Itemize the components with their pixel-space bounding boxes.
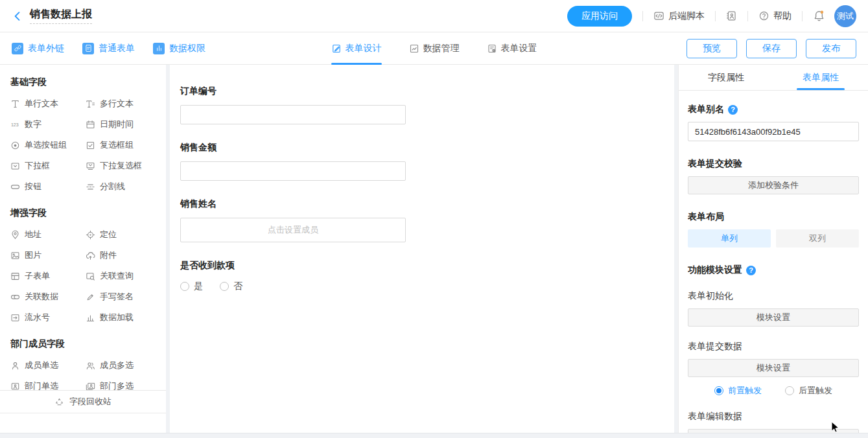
radio-group-icon [10, 141, 20, 150]
field-item-linked-data[interactable]: 关联数据 [10, 286, 86, 307]
field-item-member-single[interactable]: 成员单选 [10, 355, 86, 376]
toolbar-actions: 预览保存发布 [686, 39, 856, 58]
field-item-linked-query[interactable]: 关联查询 [86, 266, 161, 286]
canvas-field-3[interactable]: 是否收到款项是否 [180, 260, 406, 292]
field-item-dept-multi[interactable]: 部门多选 [86, 376, 161, 390]
app-title[interactable]: 销售数据上报 [30, 8, 92, 24]
properties-body: 表单别名 ? 表单提交校验 添加校验条件 表单布局 单列双列 功能模块设置 ? … [679, 91, 868, 433]
canvas-field-0[interactable]: 订单编号 [180, 86, 406, 124]
toolbar-left-item-link[interactable]: 表单外链 [12, 43, 64, 54]
backend-script-button[interactable]: 后端脚本 [653, 10, 705, 22]
layout-option-1[interactable]: 双列 [776, 229, 859, 248]
sidebar-section-grid: 成员单选成员多选部门单选部门多选 [0, 355, 166, 390]
radio-option-1[interactable]: 否 [220, 281, 242, 292]
toolbar-left-items: 表单外链普通表单数据权限 [12, 43, 205, 54]
back-button[interactable] [12, 10, 23, 22]
code-icon [653, 10, 664, 21]
module-block-2: 表单编辑数据模块设置 [688, 411, 859, 433]
field-item-serial-number[interactable]: 流水号 [10, 307, 86, 328]
divider [715, 11, 716, 21]
toolbar: 表单外链普通表单数据权限 表单设计数据管理表单设置 预览保存发布 [0, 32, 868, 65]
chevron-left-icon [12, 10, 23, 22]
trigger-radio-0[interactable]: 前置触发 [714, 385, 762, 397]
form-alias-input[interactable] [688, 122, 859, 141]
help-badge-icon[interactable]: ? [728, 105, 738, 115]
help-badge-icon[interactable]: ? [746, 266, 756, 275]
field-item-divider-line[interactable]: 分割线 [86, 176, 161, 197]
sidebar-sections: 基础字段单行文本多行文本123数字日期时间单选按钮组复选框组下拉框下拉复选框按钮… [0, 65, 166, 390]
divider [802, 11, 803, 21]
field-item-radio-group[interactable]: 单选按钮组 [10, 135, 86, 156]
address-icon [10, 230, 20, 240]
serial-number-icon [10, 313, 20, 323]
radio-circle-icon [785, 386, 794, 395]
bell-icon [813, 10, 825, 22]
single-text-icon [10, 99, 20, 109]
avatar[interactable]: 测试 [834, 5, 856, 27]
sidebar-section-title: 基础字段 [0, 67, 166, 93]
field-item-address[interactable]: 地址 [10, 224, 86, 245]
field-item-member-multi[interactable]: 成员多选 [86, 355, 161, 376]
help-button[interactable]: 帮助 [758, 10, 792, 22]
tab-field-properties[interactable]: 字段属性 [679, 65, 773, 90]
field-label: 销售金额 [180, 142, 406, 154]
action-button-1[interactable]: 保存 [746, 39, 797, 58]
trigger-radio-1[interactable]: 后置触发 [785, 385, 832, 397]
field-item-location[interactable]: 定位 [86, 224, 161, 245]
toolbar-left-item-doc[interactable]: 普通表单 [82, 43, 135, 54]
field-text-input[interactable] [180, 105, 406, 124]
field-item-select[interactable]: 下拉框 [10, 156, 86, 176]
tab-data-manage[interactable]: 数据管理 [409, 32, 460, 65]
field-item-button[interactable]: 按钮 [10, 176, 86, 197]
notifications-button[interactable] [813, 10, 825, 22]
field-text-input[interactable] [180, 161, 406, 181]
divider [642, 11, 643, 21]
app-access-button[interactable]: 应用访问 [567, 6, 632, 27]
canvas-field-2[interactable]: 销售姓名点击设置成员 [180, 198, 406, 242]
data-load-icon [86, 313, 95, 323]
member-single-icon [10, 361, 20, 371]
module-settings-button[interactable]: 模块设置 [688, 359, 859, 377]
action-button-0[interactable]: 预览 [686, 39, 737, 58]
toolbar-left-item-bars[interactable]: 数据权限 [153, 43, 205, 54]
form-design-canvas[interactable]: 订单编号销售金额销售姓名点击设置成员是否收到款项是否 [170, 65, 674, 433]
field-item-data-load[interactable]: 数据加载 [86, 307, 161, 328]
tab-form-design[interactable]: 表单设计 [331, 32, 382, 65]
sidebar-section-grid: 地址定位图片附件子表单关联查询关联数据手写签名流水号数据加载 [0, 224, 166, 329]
field-item-multi-select[interactable]: 下拉复选框 [86, 156, 161, 176]
question-circle-icon [758, 10, 769, 21]
field-item-checkbox-group[interactable]: 复选框组 [86, 135, 161, 156]
field-item-image[interactable]: 图片 [10, 245, 86, 266]
radio-option-0[interactable]: 是 [180, 281, 203, 292]
contacts-button[interactable] [726, 10, 737, 21]
action-button-2[interactable]: 发布 [806, 39, 856, 58]
module-settings-button[interactable]: 模块设置 [688, 308, 859, 327]
field-item-multi-text[interactable]: 多行文本 [86, 93, 161, 114]
add-validation-button[interactable]: 添加校验条件 [688, 176, 859, 194]
member-picker[interactable]: 点击设置成员 [180, 218, 406, 242]
topbar: 销售数据上报 应用访问 后端脚本 帮助 测试 [0, 0, 868, 32]
form-design-icon [331, 43, 342, 54]
number-icon: 123 [10, 120, 20, 130]
field-label: 是否收到款项 [180, 260, 406, 271]
field-item-single-text[interactable]: 单行文本 [10, 93, 86, 114]
form-builder-app: 销售数据上报 应用访问 后端脚本 帮助 测试 表单外链普 [0, 0, 868, 438]
field-recycle-bin[interactable]: 字段回收站 [0, 390, 166, 413]
layout-option-0[interactable]: 单列 [688, 229, 771, 248]
divider [747, 11, 748, 21]
tab-form-settings[interactable]: 表单设置 [487, 32, 537, 65]
field-library-sidebar: 基础字段单行文本多行文本123数字日期时间单选按钮组复选框组下拉框下拉复选框按钮… [0, 65, 166, 433]
tab-form-properties[interactable]: 表单属性 [773, 65, 868, 90]
field-item-number[interactable]: 123数字 [10, 114, 86, 135]
field-item-attachment[interactable]: 附件 [86, 245, 161, 266]
layout-options: 单列双列 [688, 229, 859, 248]
field-item-subform[interactable]: 子表单 [10, 266, 86, 286]
form-settings-icon [487, 43, 497, 54]
field-item-datetime[interactable]: 日期时间 [86, 114, 161, 135]
field-item-signature[interactable]: 手写签名 [86, 286, 161, 307]
canvas-field-1[interactable]: 销售金额 [180, 142, 406, 181]
bottom-strip [0, 433, 868, 438]
field-item-dept-single[interactable]: 部门单选 [10, 376, 86, 390]
sidebar-section-grid: 单行文本多行文本123数字日期时间单选按钮组复选框组下拉框下拉复选框按钮分割线 [0, 93, 166, 198]
data-manage-icon [409, 43, 419, 54]
